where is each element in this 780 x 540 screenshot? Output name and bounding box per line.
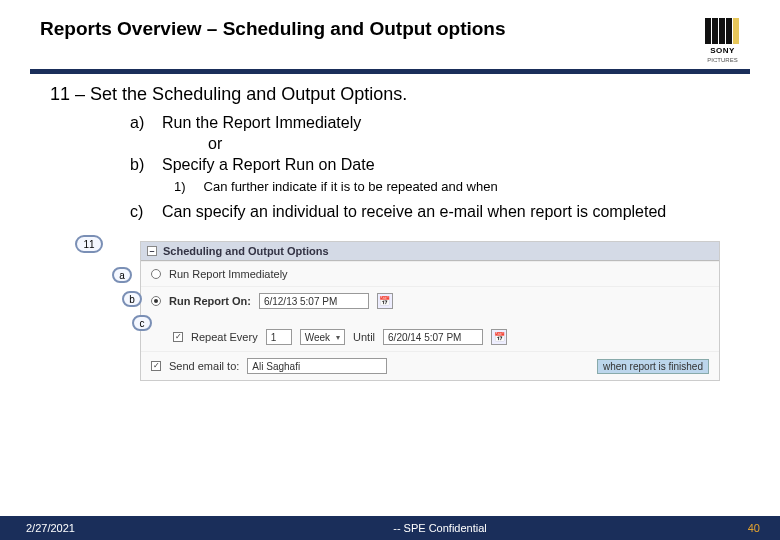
step-heading: 11 – Set the Scheduling and Output Optio… bbox=[50, 84, 740, 105]
item-b1-text: Can further indicate if it is to be repe… bbox=[204, 179, 498, 196]
step-dash: – bbox=[75, 84, 85, 104]
until-label: Until bbox=[353, 331, 375, 343]
run-immediately-label: Run Report Immediately bbox=[169, 268, 288, 280]
panel-header[interactable]: – Scheduling and Output Options bbox=[141, 242, 719, 261]
until-calendar-icon[interactable]: 📅 bbox=[491, 329, 507, 345]
repeat-unit-select[interactable]: Week ▾ bbox=[300, 329, 345, 345]
item-a-marker: a) bbox=[130, 113, 148, 134]
footer-confidential: -- SPE Confidential bbox=[160, 522, 720, 534]
footer-page-number: 40 bbox=[720, 522, 780, 534]
run-on-row: Run Report On: 6/12/13 5:07 PM 📅 ✓ Repea… bbox=[141, 286, 719, 351]
collapse-icon[interactable]: – bbox=[147, 246, 157, 256]
step-text: Set the Scheduling and Output Options. bbox=[90, 84, 407, 104]
callout-c: c bbox=[132, 315, 152, 331]
item-or: or bbox=[130, 134, 720, 155]
run-on-label: Run Report On: bbox=[169, 295, 251, 307]
panel-title: Scheduling and Output Options bbox=[163, 245, 329, 257]
item-b-text: Specify a Report Run on Date bbox=[162, 155, 375, 176]
screenshot-figure: 11 a b c – Scheduling and Output Options… bbox=[140, 241, 720, 381]
footer-date: 2/27/2021 bbox=[0, 522, 160, 534]
repeat-checkbox[interactable]: ✓ bbox=[173, 332, 183, 342]
repeat-number-input[interactable]: 1 bbox=[266, 329, 292, 345]
item-b1-marker: 1) bbox=[174, 179, 186, 196]
repeat-label: Repeat Every bbox=[191, 331, 258, 343]
email-when-pill[interactable]: when report is finished bbox=[597, 359, 709, 374]
slide: Reports Overview – Scheduling and Output… bbox=[0, 0, 780, 540]
logo-stripes bbox=[705, 18, 740, 44]
repeat-unit-value: Week bbox=[305, 332, 330, 343]
item-b: b) Specify a Report Run on Date bbox=[130, 155, 720, 176]
callout-a: a bbox=[112, 267, 132, 283]
header: Reports Overview – Scheduling and Output… bbox=[0, 0, 780, 69]
step-number: 11 bbox=[50, 84, 70, 104]
item-c-text: Can specify an individual to receive an … bbox=[162, 202, 666, 223]
item-a-text: Run the Report Immediately bbox=[162, 113, 361, 134]
step-list: a) Run the Report Immediately or b) Spec… bbox=[50, 105, 740, 223]
email-recipient-input[interactable]: Ali Saghafi bbox=[247, 358, 387, 374]
item-b-sublist: 1) Can further indicate if it is to be r… bbox=[130, 179, 720, 196]
run-on-calendar-icon[interactable]: 📅 bbox=[377, 293, 393, 309]
item-a: a) Run the Report Immediately bbox=[130, 113, 720, 134]
run-on-radio[interactable] bbox=[151, 296, 161, 306]
logo-under-text: PICTURES bbox=[707, 57, 737, 63]
until-datetime-input[interactable]: 6/20/14 5:07 PM bbox=[383, 329, 483, 345]
item-b-marker: b) bbox=[130, 155, 148, 176]
scheduling-panel: – Scheduling and Output Options Run Repo… bbox=[140, 241, 720, 381]
email-label: Send email to: bbox=[169, 360, 239, 372]
email-row: ✓ Send email to: Ali Saghafi when report… bbox=[141, 351, 719, 380]
callout-11: 11 bbox=[75, 235, 103, 253]
content-area: 11 – Set the Scheduling and Output Optio… bbox=[0, 74, 780, 381]
logo-brand-text: SONY bbox=[710, 46, 735, 55]
email-checkbox[interactable]: ✓ bbox=[151, 361, 161, 371]
chevron-down-icon: ▾ bbox=[336, 333, 340, 342]
sony-logo: SONY PICTURES bbox=[705, 18, 740, 63]
slide-title: Reports Overview – Scheduling and Output… bbox=[40, 18, 506, 40]
item-c: c) Can specify an individual to receive … bbox=[130, 202, 720, 223]
item-b1: 1) Can further indicate if it is to be r… bbox=[174, 179, 720, 196]
footer-bar: 2/27/2021 -- SPE Confidential 40 bbox=[0, 516, 780, 540]
item-c-marker: c) bbox=[130, 202, 148, 223]
run-immediately-row: Run Report Immediately bbox=[141, 261, 719, 286]
run-immediately-radio[interactable] bbox=[151, 269, 161, 279]
callout-b: b bbox=[122, 291, 142, 307]
run-on-datetime-input[interactable]: 6/12/13 5:07 PM bbox=[259, 293, 369, 309]
